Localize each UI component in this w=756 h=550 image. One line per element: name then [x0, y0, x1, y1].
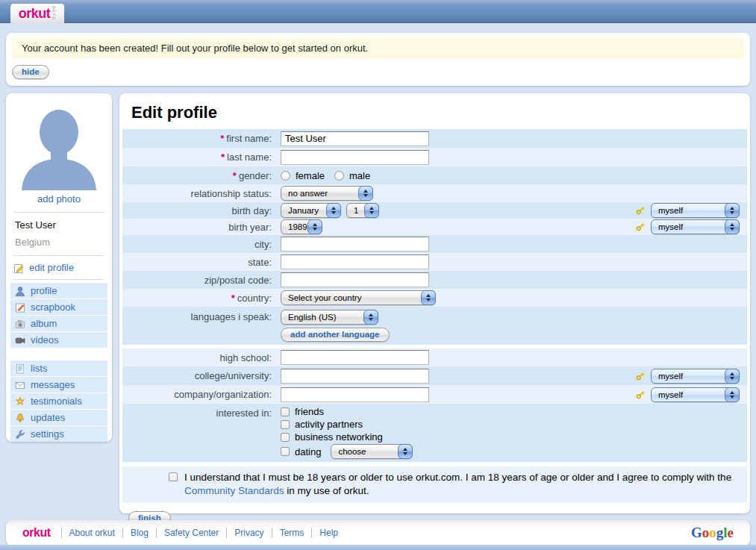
beta-label: BETA [51, 6, 56, 20]
high-school-input[interactable] [281, 350, 429, 365]
birth-year-privacy-select[interactable]: myself [651, 219, 740, 234]
male-radio[interactable] [334, 171, 344, 181]
sidebar-item-messages[interactable]: messages [10, 377, 107, 393]
city-input[interactable] [281, 237, 429, 251]
birth-year-row: birth year: 1989 myself [122, 219, 747, 235]
gender-row: *gender: female male [122, 166, 747, 184]
add-photo-link[interactable]: add photo [6, 192, 112, 209]
friends-checkbox[interactable] [281, 407, 290, 416]
field-label: interested in: [122, 404, 281, 419]
banner-message: Your account has been created! Fill out … [12, 38, 744, 58]
field-label: languages i speak: [122, 307, 281, 322]
country-select[interactable]: Select your country [281, 290, 436, 305]
languages-row: languages i speak: English (US) add anot… [122, 307, 747, 345]
sidebar-item-label: settings [31, 428, 64, 440]
required-asterisk: * [233, 170, 237, 181]
lists-icon [15, 363, 25, 374]
business-networking-label: business networking [295, 431, 383, 443]
orkut-logo-tab[interactable]: orkut BETA [10, 4, 64, 23]
sidebar-item-scrapbook[interactable]: scrapbook [10, 299, 107, 316]
user-name: Test User [6, 216, 112, 232]
college-input[interactable] [281, 369, 429, 384]
sidebar-item-label: profile [31, 285, 57, 296]
college-row: college/university: myself [122, 366, 747, 385]
sidebar-menu-primary: profile scrapbook album [10, 283, 107, 349]
dating-checkbox[interactable] [281, 447, 290, 456]
relationship-status-select[interactable]: no answer [281, 186, 373, 201]
profile-icon [15, 286, 25, 296]
notification-banner: Your account has been created! Fill out … [6, 33, 750, 86]
field-label: *last name: [122, 151, 281, 163]
field-label: *gender: [122, 170, 281, 181]
language-select[interactable]: English (US) [281, 310, 378, 325]
pencil-icon [13, 263, 24, 273]
field-label: relationship status: [122, 188, 281, 199]
privacy-key-icon [635, 390, 646, 400]
divider [13, 212, 104, 213]
footer-link-terms[interactable]: Terms [272, 528, 312, 538]
footer-link-privacy[interactable]: Privacy [226, 528, 271, 538]
college-privacy-select[interactable]: myself [651, 369, 740, 384]
sidebar-item-lists[interactable]: lists [10, 360, 107, 377]
videos-icon [15, 335, 25, 346]
scrapbook-icon [15, 302, 25, 313]
select-stepper-icon [363, 310, 378, 325]
company-row: company/organization: myself [122, 385, 747, 404]
footer-link-blog[interactable]: Blog [122, 528, 156, 538]
select-stepper-icon [398, 444, 413, 459]
dating-choose-select[interactable]: choose [331, 444, 413, 459]
updates-icon [15, 413, 25, 423]
interested-in-row: interested in: friends activity partners… [122, 404, 747, 462]
last-name-input[interactable] [281, 150, 429, 165]
select-stepper-icon [725, 203, 740, 218]
orkut-logo: orkut [19, 7, 51, 20]
field-label: birth day: [122, 205, 281, 216]
footer-orkut-logo[interactable]: orkut [22, 526, 51, 540]
settings-icon [15, 429, 25, 440]
company-privacy-select[interactable]: myself [651, 387, 740, 402]
sidebar-item-label: lists [31, 363, 47, 374]
zip-input[interactable] [281, 272, 429, 287]
sidebar-item-label: videos [31, 334, 59, 346]
top-bar: orkut BETA [0, 0, 756, 23]
state-input[interactable] [281, 254, 429, 269]
dating-label: dating [295, 446, 321, 457]
sidebar-item-label: scrapbook [31, 301, 75, 313]
footer-link-help[interactable]: Help [311, 528, 346, 538]
page-title: Edit profile [131, 103, 750, 122]
female-label: female [296, 170, 325, 181]
female-radio[interactable] [281, 171, 290, 181]
sidebar-item-album[interactable]: album [10, 316, 107, 332]
footer-link-safety-center[interactable]: Safety Center [156, 528, 226, 538]
sidebar-item-updates[interactable]: updates [10, 410, 107, 426]
age-agreement-text: I understand that I must be 18 years or … [184, 471, 740, 498]
age-agreement-checkbox[interactable] [169, 472, 178, 481]
select-stepper-icon [421, 290, 436, 305]
sidebar-item-edit-profile[interactable]: edit profile [6, 259, 112, 276]
menu-gap [6, 349, 112, 357]
birth-day-privacy-select[interactable]: myself [651, 203, 740, 218]
sidebar-item-videos[interactable]: videos [10, 332, 107, 349]
hide-button[interactable]: hide [12, 65, 49, 79]
birth-month-select[interactable]: January [281, 203, 341, 218]
sidebar-item-testimonials[interactable]: testimonials [10, 393, 107, 410]
activity-partners-checkbox[interactable] [281, 420, 290, 429]
zip-row: zip/postal code: [122, 271, 747, 289]
field-label: company/organization: [122, 389, 281, 400]
footer-link-about[interactable]: About orkut [61, 528, 122, 538]
first-name-row: *first name: [122, 129, 747, 148]
add-another-language-button[interactable]: add another language [281, 328, 390, 342]
community-standards-link[interactable]: Community Standards [184, 485, 284, 496]
first-name-input[interactable] [281, 131, 429, 146]
field-label: high school: [122, 352, 281, 363]
company-input[interactable] [281, 387, 429, 402]
sidebar-item-profile[interactable]: profile [10, 283, 107, 299]
sidebar-item-label: messages [31, 379, 75, 390]
sidebar-item-label: updates [31, 412, 65, 423]
state-row: state: [122, 253, 747, 271]
business-networking-checkbox[interactable] [281, 433, 290, 442]
birth-day-select[interactable]: 1 [346, 203, 379, 218]
privacy-key-icon [635, 205, 646, 216]
sidebar-item-settings[interactable]: settings [10, 426, 107, 442]
birth-year-select[interactable]: 1989 [281, 219, 322, 234]
